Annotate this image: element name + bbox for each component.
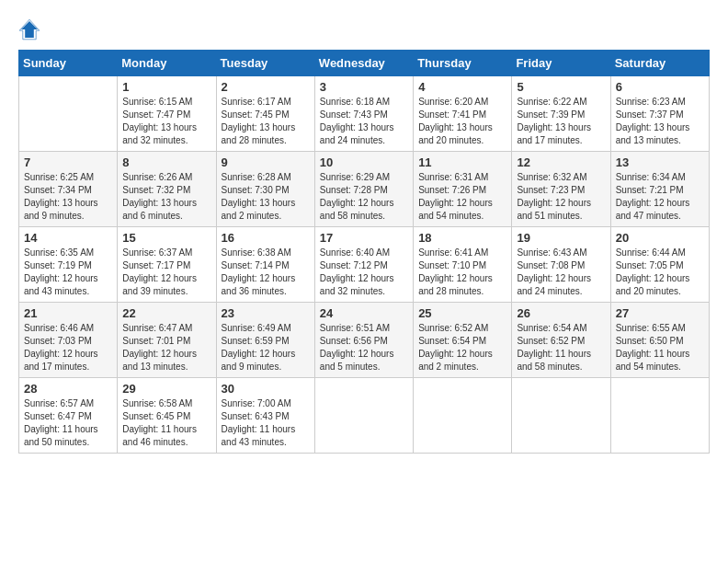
calendar-cell xyxy=(414,378,512,454)
calendar-cell: 23Sunrise: 6:49 AM Sunset: 6:59 PM Dayli… xyxy=(216,303,314,378)
day-number: 1 xyxy=(122,80,210,94)
calendar-cell: 27Sunrise: 6:55 AM Sunset: 6:50 PM Dayli… xyxy=(610,303,709,378)
cell-text: Sunrise: 6:57 AM Sunset: 6:47 PM Dayligh… xyxy=(24,397,112,449)
calendar-cell: 17Sunrise: 6:40 AM Sunset: 7:12 PM Dayli… xyxy=(314,227,413,303)
day-number: 29 xyxy=(122,382,210,396)
calendar-cell: 28Sunrise: 6:57 AM Sunset: 6:47 PM Dayli… xyxy=(19,378,118,454)
calendar-cell: 9Sunrise: 6:28 AM Sunset: 7:30 PM Daylig… xyxy=(216,152,314,227)
day-number: 9 xyxy=(222,155,310,169)
day-number: 28 xyxy=(24,382,112,396)
day-number: 12 xyxy=(517,155,605,169)
calendar-cell: 20Sunrise: 6:44 AM Sunset: 7:05 PM Dayli… xyxy=(610,227,709,303)
day-number: 15 xyxy=(122,231,210,245)
day-number: 17 xyxy=(320,231,408,245)
calendar-cell: 21Sunrise: 6:46 AM Sunset: 7:03 PM Dayli… xyxy=(19,303,118,378)
cell-text: Sunrise: 6:18 AM Sunset: 7:43 PM Dayligh… xyxy=(320,96,408,147)
calendar-cell: 11Sunrise: 6:31 AM Sunset: 7:26 PM Dayli… xyxy=(414,152,512,227)
day-number: 22 xyxy=(122,306,210,320)
day-number: 3 xyxy=(320,80,408,94)
cell-text: Sunrise: 6:34 AM Sunset: 7:21 PM Dayligh… xyxy=(616,171,704,223)
calendar-cell: 26Sunrise: 6:54 AM Sunset: 6:52 PM Dayli… xyxy=(512,303,610,378)
cell-text: Sunrise: 6:41 AM Sunset: 7:10 PM Dayligh… xyxy=(418,247,506,298)
page-header xyxy=(18,18,710,40)
cell-text: Sunrise: 6:29 AM Sunset: 7:28 PM Dayligh… xyxy=(320,171,408,223)
day-number: 2 xyxy=(222,80,310,94)
calendar-cell xyxy=(610,378,709,454)
day-number: 25 xyxy=(418,306,506,320)
cell-text: Sunrise: 6:37 AM Sunset: 7:17 PM Dayligh… xyxy=(122,247,210,298)
cell-text: Sunrise: 6:35 AM Sunset: 7:19 PM Dayligh… xyxy=(24,247,112,298)
cell-text: Sunrise: 6:32 AM Sunset: 7:23 PM Dayligh… xyxy=(517,171,605,223)
cell-text: Sunrise: 6:44 AM Sunset: 7:05 PM Dayligh… xyxy=(616,247,704,298)
calendar-cell: 1Sunrise: 6:15 AM Sunset: 7:47 PM Daylig… xyxy=(118,76,216,152)
cell-text: Sunrise: 6:23 AM Sunset: 7:37 PM Dayligh… xyxy=(616,96,704,147)
calendar-cell: 4Sunrise: 6:20 AM Sunset: 7:41 PM Daylig… xyxy=(414,76,512,152)
calendar-cell: 19Sunrise: 6:43 AM Sunset: 7:08 PM Dayli… xyxy=(512,227,610,303)
day-number: 6 xyxy=(616,80,704,94)
calendar-cell: 13Sunrise: 6:34 AM Sunset: 7:21 PM Dayli… xyxy=(610,152,709,227)
calendar-cell: 18Sunrise: 6:41 AM Sunset: 7:10 PM Dayli… xyxy=(414,227,512,303)
day-number: 14 xyxy=(24,231,112,245)
day-number: 16 xyxy=(222,231,310,245)
cell-text: Sunrise: 6:52 AM Sunset: 6:54 PM Dayligh… xyxy=(418,322,506,373)
day-number: 13 xyxy=(616,155,704,169)
cell-text: Sunrise: 6:58 AM Sunset: 6:45 PM Dayligh… xyxy=(122,397,210,449)
cell-text: Sunrise: 6:25 AM Sunset: 7:34 PM Dayligh… xyxy=(24,171,112,223)
cell-text: Sunrise: 6:26 AM Sunset: 7:32 PM Dayligh… xyxy=(122,171,210,223)
calendar-cell: 12Sunrise: 6:32 AM Sunset: 7:23 PM Dayli… xyxy=(512,152,610,227)
cell-text: Sunrise: 6:49 AM Sunset: 6:59 PM Dayligh… xyxy=(222,322,310,373)
day-number: 26 xyxy=(517,306,605,320)
calendar-cell xyxy=(314,378,413,454)
day-number: 11 xyxy=(418,155,506,169)
cell-text: Sunrise: 6:22 AM Sunset: 7:39 PM Dayligh… xyxy=(517,96,605,147)
col-header-wednesday: Wednesday xyxy=(314,51,413,76)
day-number: 4 xyxy=(418,80,506,94)
cell-text: Sunrise: 7:00 AM Sunset: 6:43 PM Dayligh… xyxy=(222,397,310,449)
calendar-cell: 7Sunrise: 6:25 AM Sunset: 7:34 PM Daylig… xyxy=(19,152,118,227)
calendar-cell: 2Sunrise: 6:17 AM Sunset: 7:45 PM Daylig… xyxy=(216,76,314,152)
week-row-3: 14Sunrise: 6:35 AM Sunset: 7:19 PM Dayli… xyxy=(19,227,710,303)
day-number: 5 xyxy=(517,80,605,94)
svg-marker-0 xyxy=(21,21,38,38)
logo xyxy=(18,18,44,40)
cell-text: Sunrise: 6:40 AM Sunset: 7:12 PM Dayligh… xyxy=(320,247,408,298)
cell-text: Sunrise: 6:17 AM Sunset: 7:45 PM Dayligh… xyxy=(222,96,310,147)
day-number: 30 xyxy=(222,382,310,396)
calendar-cell: 30Sunrise: 7:00 AM Sunset: 6:43 PM Dayli… xyxy=(216,378,314,454)
calendar-cell: 29Sunrise: 6:58 AM Sunset: 6:45 PM Dayli… xyxy=(118,378,216,454)
cell-text: Sunrise: 6:54 AM Sunset: 6:52 PM Dayligh… xyxy=(517,322,605,373)
cell-text: Sunrise: 6:47 AM Sunset: 7:01 PM Dayligh… xyxy=(122,322,210,373)
calendar-cell: 24Sunrise: 6:51 AM Sunset: 6:56 PM Dayli… xyxy=(314,303,413,378)
col-header-saturday: Saturday xyxy=(610,51,709,76)
day-number: 19 xyxy=(517,231,605,245)
day-number: 20 xyxy=(616,231,704,245)
calendar-cell xyxy=(512,378,610,454)
cell-text: Sunrise: 6:20 AM Sunset: 7:41 PM Dayligh… xyxy=(418,96,506,147)
day-number: 10 xyxy=(320,155,408,169)
week-row-1: 1Sunrise: 6:15 AM Sunset: 7:47 PM Daylig… xyxy=(19,76,710,152)
day-number: 8 xyxy=(122,155,210,169)
calendar-cell: 14Sunrise: 6:35 AM Sunset: 7:19 PM Dayli… xyxy=(19,227,118,303)
calendar-cell: 5Sunrise: 6:22 AM Sunset: 7:39 PM Daylig… xyxy=(512,76,610,152)
logo-icon xyxy=(18,18,40,40)
calendar-cell: 10Sunrise: 6:29 AM Sunset: 7:28 PM Dayli… xyxy=(314,152,413,227)
cell-text: Sunrise: 6:15 AM Sunset: 7:47 PM Dayligh… xyxy=(122,96,210,147)
col-header-friday: Friday xyxy=(512,51,610,76)
calendar-cell: 25Sunrise: 6:52 AM Sunset: 6:54 PM Dayli… xyxy=(414,303,512,378)
cell-text: Sunrise: 6:46 AM Sunset: 7:03 PM Dayligh… xyxy=(24,322,112,373)
calendar-cell xyxy=(19,76,118,152)
day-number: 18 xyxy=(418,231,506,245)
calendar-cell: 8Sunrise: 6:26 AM Sunset: 7:32 PM Daylig… xyxy=(118,152,216,227)
calendar-header-row: SundayMondayTuesdayWednesdayThursdayFrid… xyxy=(19,51,710,76)
calendar-cell: 22Sunrise: 6:47 AM Sunset: 7:01 PM Dayli… xyxy=(118,303,216,378)
day-number: 24 xyxy=(320,306,408,320)
day-number: 7 xyxy=(24,155,112,169)
day-number: 27 xyxy=(616,306,704,320)
col-header-sunday: Sunday xyxy=(19,51,118,76)
col-header-tuesday: Tuesday xyxy=(216,51,314,76)
col-header-monday: Monday xyxy=(118,51,216,76)
cell-text: Sunrise: 6:38 AM Sunset: 7:14 PM Dayligh… xyxy=(222,247,310,298)
cell-text: Sunrise: 6:55 AM Sunset: 6:50 PM Dayligh… xyxy=(616,322,704,373)
calendar-cell: 3Sunrise: 6:18 AM Sunset: 7:43 PM Daylig… xyxy=(314,76,413,152)
cell-text: Sunrise: 6:31 AM Sunset: 7:26 PM Dayligh… xyxy=(418,171,506,223)
